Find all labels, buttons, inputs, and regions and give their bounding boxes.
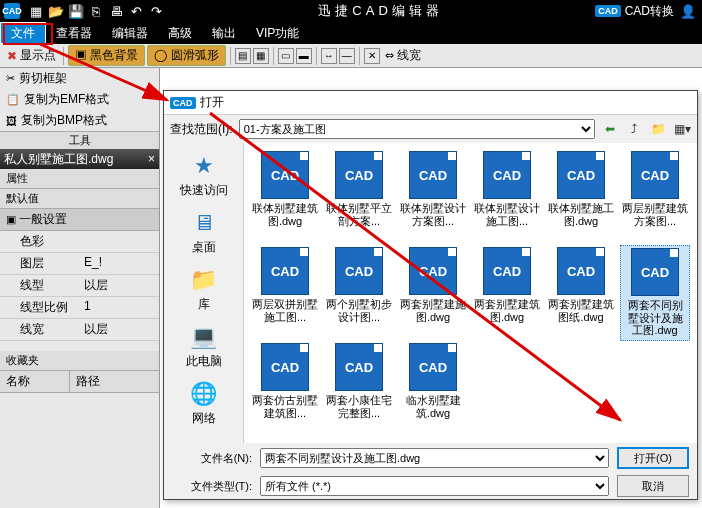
tool3-icon[interactable]: ↔ <box>321 48 337 64</box>
open-button[interactable]: 打开(O) <box>617 447 689 469</box>
close-tab-icon[interactable]: × <box>148 152 155 166</box>
copy-bmp-button[interactable]: 🖼 复制为BMP格式 <box>0 110 159 131</box>
menu-output[interactable]: 输出 <box>202 22 246 44</box>
cad-file-icon: CAD <box>557 247 605 295</box>
menu-viewer[interactable]: 查看器 <box>46 22 102 44</box>
menu-advanced[interactable]: 高级 <box>158 22 202 44</box>
general-header[interactable]: ▣ 一般设置 <box>0 209 159 231</box>
menu-vip[interactable]: VIP功能 <box>246 22 309 44</box>
place-quick[interactable]: ★快速访问 <box>164 149 243 202</box>
document-tab[interactable]: 私人别墅施工图.dwg× <box>0 149 159 169</box>
cut-frame-button[interactable]: ✂ 剪切框架 <box>0 68 159 89</box>
cad-file-icon: CAD <box>261 343 309 391</box>
cad-file-icon: CAD <box>409 343 457 391</box>
undo-icon[interactable]: ↶ <box>127 2 145 20</box>
default-header: 默认值 <box>0 189 159 209</box>
view-icon[interactable]: ▦▾ <box>673 120 691 138</box>
arc-button[interactable]: ◯ 圆滑弧形 <box>147 45 225 66</box>
app-icon: CAD <box>4 3 20 19</box>
layer-icon[interactable]: ▤ <box>235 48 251 64</box>
open-icon[interactable]: 📂 <box>47 2 65 20</box>
saveas-icon[interactable]: ⎘ <box>87 2 105 20</box>
place-lib[interactable]: 📁库 <box>164 263 243 316</box>
cad-convert-button[interactable]: CAD转换 <box>625 3 674 20</box>
prop-row[interactable]: 图层E_! <box>0 253 159 275</box>
ribbon-toolbar: ✖显示点 ▣ 黑色背景 ◯ 圆滑弧形 ▤ ▦ ▭ ▬ ↔ — ✕ ⇔ 线宽 <box>0 44 702 68</box>
file-item[interactable]: CAD联体别墅平立剖方案... <box>324 149 394 245</box>
dialog-title: 打开 <box>200 94 224 111</box>
file-item[interactable]: CAD联体别墅设计方案图... <box>398 149 468 245</box>
cad-file-icon: CAD <box>483 247 531 295</box>
user-icon[interactable]: 👤 <box>679 2 697 20</box>
linewidth-button[interactable]: ⇔ 线宽 <box>382 46 424 65</box>
scope-select[interactable]: 01-方案及施工图 <box>239 119 595 139</box>
cad-file-icon: CAD <box>261 247 309 295</box>
filetype-select[interactable]: 所有文件 (*.*) <box>260 476 609 496</box>
prop-row[interactable]: 色彩 <box>0 231 159 253</box>
file-item[interactable]: CAD两套不同别墅设计及施工图.dwg <box>620 245 690 341</box>
up-icon[interactable]: ⤴ <box>625 120 643 138</box>
menu-file[interactable]: 文件 <box>0 22 46 44</box>
cad-file-icon: CAD <box>261 151 309 199</box>
place-desktop[interactable]: 🖥桌面 <box>164 206 243 259</box>
file-item[interactable]: CAD两套仿古别墅建筑图... <box>250 341 320 437</box>
save-icon[interactable]: 💾 <box>67 2 85 20</box>
copy-emf-button[interactable]: 📋 复制为EMF格式 <box>0 89 159 110</box>
cad-file-icon: CAD <box>335 343 383 391</box>
cad-file-icon: CAD <box>409 151 457 199</box>
newfolder-icon[interactable]: 📁 <box>649 120 667 138</box>
app-title: 迅捷CAD编辑器 <box>166 2 595 20</box>
filename-label: 文件名(N): <box>172 451 252 466</box>
prop-row[interactable]: 线宽以层 <box>0 319 159 341</box>
tool5-icon[interactable]: ✕ <box>364 48 380 64</box>
show-point-button[interactable]: ✖显示点 <box>4 46 59 65</box>
cad-badge-icon: CAD <box>595 5 621 17</box>
file-item[interactable]: CAD两套别墅建筑图纸.dwg <box>546 245 616 341</box>
file-item[interactable]: CAD联体别墅设计施工图... <box>472 149 542 245</box>
place-pc[interactable]: 💻此电脑 <box>164 320 243 373</box>
tool4-icon[interactable]: — <box>339 48 355 64</box>
cad-file-icon: CAD <box>335 247 383 295</box>
file-item[interactable]: CAD两个别墅初步设计图... <box>324 245 394 341</box>
fav-header: 收藏夹 <box>0 351 159 371</box>
cad-file-icon: CAD <box>335 151 383 199</box>
scope-label: 查找范围(I): <box>170 121 233 138</box>
file-item[interactable]: CAD两套别墅建筑图.dwg <box>472 245 542 341</box>
dialog-titlebar: CAD 打开 <box>164 91 697 115</box>
file-item[interactable]: CAD两套小康住宅完整图... <box>324 341 394 437</box>
file-item[interactable]: CAD联体别墅施工图.dwg <box>546 149 616 245</box>
cad-file-icon: CAD <box>409 247 457 295</box>
color-icon[interactable]: ▦ <box>253 48 269 64</box>
print-icon[interactable]: 🖶 <box>107 2 125 20</box>
fav-columns: 名称路径 <box>0 371 159 393</box>
tool-header: 工具 <box>0 131 159 149</box>
menu-bar: 文件 查看器 编辑器 高级 输出 VIP功能 <box>0 22 702 44</box>
back-icon[interactable]: ⬅ <box>601 120 619 138</box>
file-item[interactable]: CAD临水别墅建筑.dwg <box>398 341 468 437</box>
menu-editor[interactable]: 编辑器 <box>102 22 158 44</box>
cancel-button[interactable]: 取消 <box>617 475 689 497</box>
prop-row[interactable]: 线型比例1 <box>0 297 159 319</box>
filename-input[interactable]: 两套不同别墅设计及施工图.dwg <box>260 448 609 468</box>
file-item[interactable]: CAD两层双拼别墅施工图... <box>250 245 320 341</box>
file-item[interactable]: CAD联体别墅建筑图.dwg <box>250 149 320 245</box>
cad-file-icon: CAD <box>483 151 531 199</box>
new-icon[interactable]: ▦ <box>27 2 45 20</box>
prop-row[interactable]: 线型以层 <box>0 275 159 297</box>
file-list[interactable]: CAD联体别墅建筑图.dwgCAD联体别墅平立剖方案...CAD联体别墅设计方案… <box>244 143 697 443</box>
filetype-label: 文件类型(T): <box>172 479 252 494</box>
black-bg-button[interactable]: ▣ 黑色背景 <box>68 45 145 66</box>
file-item[interactable]: CAD两套别墅建施图.dwg <box>398 245 468 341</box>
file-item[interactable]: CAD两层别墅建筑方案图... <box>620 149 690 245</box>
place-net[interactable]: 🌐网络 <box>164 377 243 430</box>
cad-file-icon: CAD <box>631 151 679 199</box>
open-dialog: CAD 打开 查找范围(I): 01-方案及施工图 ⬅ ⤴ 📁 ▦▾ ★快速访问… <box>163 90 698 500</box>
title-bar: CAD ▦ 📂 💾 ⎘ 🖶 ↶ ↷ 迅捷CAD编辑器 CAD CAD转换 👤 <box>0 0 702 22</box>
cad-file-icon: CAD <box>631 248 679 296</box>
tool2-icon[interactable]: ▬ <box>296 48 312 64</box>
tool1-icon[interactable]: ▭ <box>278 48 294 64</box>
props-header: 属性 <box>0 169 159 189</box>
dialog-icon: CAD <box>170 97 196 109</box>
redo-icon[interactable]: ↷ <box>147 2 165 20</box>
cad-file-icon: CAD <box>557 151 605 199</box>
